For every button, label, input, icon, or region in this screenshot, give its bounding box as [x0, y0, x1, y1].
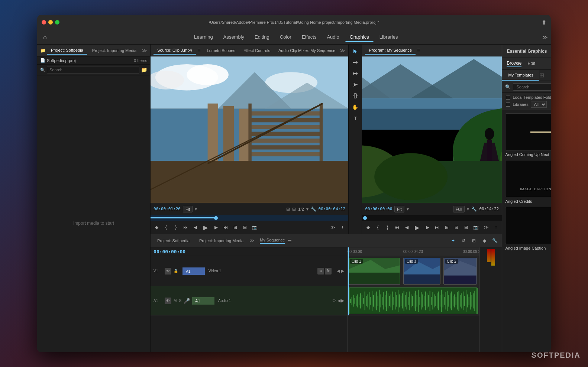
- program-goto-in-icon[interactable]: ⏮: [392, 223, 401, 232]
- audio-clip-track[interactable]: [348, 286, 479, 316]
- source-step-back-icon[interactable]: ◀: [191, 223, 200, 232]
- source-wrench-icon[interactable]: 🔧: [311, 207, 316, 212]
- timeline-marker-icon[interactable]: ◆: [480, 237, 488, 245]
- project-add-bin-icon[interactable]: 📁: [141, 67, 147, 73]
- timeline-tab-menu[interactable]: ☰: [288, 238, 292, 243]
- project-timeline-tab-importing[interactable]: Project: Importing Media: [196, 237, 247, 244]
- eg-tab-edit[interactable]: Edit: [527, 61, 535, 67]
- menubar-item-graphics[interactable]: Graphics: [345, 32, 374, 42]
- timeline-snap-icon[interactable]: ⊞: [470, 237, 478, 245]
- source-fit-label[interactable]: Fit: [183, 206, 193, 212]
- template-thumb-coming-up-next[interactable]: [505, 113, 551, 150]
- source-fit-dropdown-icon[interactable]: ▾: [195, 207, 197, 212]
- eg-search-input[interactable]: [513, 83, 551, 91]
- audio-track-next-btn[interactable]: ▶: [341, 298, 344, 303]
- video-clip-2[interactable]: Clip 2: [443, 258, 477, 285]
- program-out-point-icon[interactable]: }: [383, 223, 392, 232]
- menubar-item-learning[interactable]: Learning: [190, 32, 217, 42]
- timeline-tab-mysequence[interactable]: My Sequence: [260, 238, 285, 244]
- ripple-tool-btn[interactable]: [350, 68, 361, 79]
- eg-subtab-adobestock[interactable]: Adobe S: [544, 70, 551, 81]
- source-overwrite-icon[interactable]: ⊟: [292, 207, 296, 212]
- source-tab-lumetri[interactable]: Lumetri Scopes: [203, 47, 239, 54]
- eg-libraries-dropdown[interactable]: All: [531, 101, 547, 108]
- source-overwrite-button[interactable]: ⊟: [240, 223, 249, 232]
- source-tab-clip3[interactable]: Source: Clip 3.mp4: [154, 46, 196, 55]
- program-goto-out-icon[interactable]: ⏭: [433, 223, 442, 232]
- program-play-button[interactable]: ▶: [412, 222, 422, 233]
- program-insert-icon[interactable]: ⊞: [442, 223, 451, 232]
- video-track-fx-btn[interactable]: fx: [325, 268, 332, 275]
- audio-clip-main[interactable]: [348, 288, 478, 314]
- home-button[interactable]: ⌂: [40, 32, 50, 42]
- project-timeline-tab-softpedia[interactable]: Project: Softpedia: [154, 237, 193, 244]
- fullscreen-button[interactable]: [55, 20, 59, 25]
- timeline-sparkle-icon[interactable]: ✦: [449, 237, 457, 245]
- program-extract-icon[interactable]: ⊞: [462, 223, 471, 232]
- source-add-marker-icon[interactable]: ◆: [152, 223, 161, 232]
- eg-tab-browse[interactable]: Browse: [507, 61, 521, 67]
- program-full-dropdown[interactable]: ▾: [467, 207, 469, 212]
- timeline-undo-icon[interactable]: ↺: [459, 237, 468, 245]
- program-in-point-icon[interactable]: {: [373, 223, 382, 232]
- source-tab-clip3-menu[interactable]: ☰: [197, 48, 203, 53]
- program-step-back-icon[interactable]: ◀: [402, 223, 411, 232]
- video-clip-track[interactable]: Clip 1 Clip 3: [348, 256, 479, 286]
- program-step-fwd-icon[interactable]: ▶: [423, 223, 432, 232]
- share-button[interactable]: ⬆: [542, 19, 546, 26]
- menubar-overflow-button[interactable]: ≫: [542, 34, 548, 40]
- audio-track-mic-icon[interactable]: 🎤: [184, 298, 190, 304]
- template-thumb-image-caption[interactable]: LOREM PR: [505, 207, 551, 244]
- video-track-settings-btn[interactable]: ⚙: [317, 268, 324, 275]
- source-goto-out-icon[interactable]: ⏭: [221, 223, 230, 232]
- video-track-next-btn[interactable]: ▶: [341, 269, 344, 273]
- source-play-button[interactable]: ▶: [200, 222, 211, 233]
- source-tab-effectcontrols[interactable]: Effect Controls: [240, 47, 274, 54]
- razor-tool-btn[interactable]: [350, 79, 361, 90]
- source-panel-overflow[interactable]: ≫: [340, 48, 345, 53]
- program-panel-menu[interactable]: ☰: [417, 48, 422, 53]
- audio-track-prev-btn[interactable]: ◀: [337, 298, 340, 303]
- source-scrub-thumb[interactable]: [214, 216, 218, 220]
- source-tab-audiomixer[interactable]: Audio Clip Mixer: My Sequence: [275, 47, 339, 54]
- program-full-label[interactable]: Full: [453, 206, 465, 212]
- program-add-marker-icon[interactable]: ◆: [364, 223, 372, 232]
- program-lift-icon[interactable]: ⊟: [452, 223, 461, 232]
- type-tool-btn[interactable]: T: [350, 113, 361, 123]
- eg-subtab-mytemplates[interactable]: My Templates: [502, 70, 539, 81]
- menubar-item-color[interactable]: Color: [275, 32, 296, 42]
- source-btn-add[interactable]: +: [338, 223, 347, 232]
- program-scrub-thumb[interactable]: [363, 216, 367, 220]
- source-step-fwd-icon[interactable]: ▶: [211, 223, 220, 232]
- program-scrubbar[interactable]: [362, 215, 502, 221]
- source-goto-in-icon[interactable]: ⏮: [181, 223, 190, 232]
- menubar-item-editing[interactable]: Editing: [250, 32, 274, 42]
- source-in-point-icon[interactable]: {: [162, 223, 171, 232]
- program-timecode[interactable]: 00:00:00:00: [365, 207, 392, 211]
- program-fit-label[interactable]: Fit: [394, 206, 404, 212]
- menubar-item-libraries[interactable]: Libraries: [375, 32, 403, 42]
- menubar-item-audio[interactable]: Audio: [322, 32, 343, 42]
- video-clip-3[interactable]: Clip 3: [403, 258, 440, 285]
- audio-track-name-box[interactable]: A1: [192, 297, 214, 305]
- slip-tool-btn[interactable]: [350, 91, 361, 101]
- project-tab-softpedia[interactable]: Project: Softpedia: [47, 46, 87, 55]
- menubar-item-assembly[interactable]: Assembly: [219, 32, 249, 42]
- program-export-icon[interactable]: 📷: [471, 223, 480, 232]
- source-insert-icon[interactable]: ⊞: [286, 207, 290, 212]
- source-timecode[interactable]: 00:00:01:20: [154, 207, 181, 211]
- video-track-name-box[interactable]: V1: [182, 267, 205, 275]
- close-button[interactable]: [42, 20, 46, 25]
- video-track-prev-btn[interactable]: ◀: [337, 269, 340, 273]
- program-btn-overflow[interactable]: ≫: [482, 223, 491, 232]
- video-clip-1[interactable]: Clip 1: [348, 258, 400, 285]
- program-fit-dropdown[interactable]: ▾: [407, 207, 409, 212]
- program-tab-sequence[interactable]: Program: My Sequence: [365, 46, 416, 55]
- project-tab-importing[interactable]: Project: Importing Media: [88, 47, 140, 54]
- source-fraction-dropdown[interactable]: ▾: [306, 207, 308, 212]
- timeline-overflow-icon[interactable]: ≫: [249, 238, 255, 243]
- program-wrench-icon[interactable]: 🔧: [471, 207, 477, 212]
- selection-tool-btn[interactable]: [350, 46, 361, 56]
- source-scrubbar[interactable]: [151, 215, 348, 221]
- project-search-input[interactable]: [47, 66, 139, 74]
